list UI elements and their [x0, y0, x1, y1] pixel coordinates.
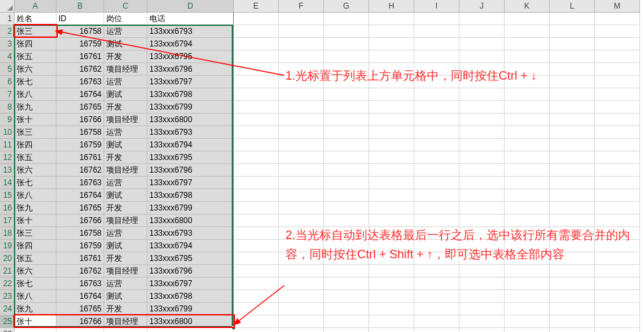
spreadsheet-grid[interactable]: ABCDEFGHIJKLM1姓名ID岗位电话2张三16758运营133xxx67… — [0, 0, 644, 332]
cell[interactable] — [234, 315, 279, 328]
row-header[interactable]: 18 — [0, 227, 15, 240]
cell[interactable] — [595, 114, 640, 126]
row-header[interactable]: 20 — [0, 252, 15, 265]
cell[interactable] — [369, 328, 414, 332]
cell[interactable]: 张六 — [15, 265, 56, 278]
cell[interactable] — [595, 63, 640, 76]
cell[interactable]: 张十 — [15, 315, 56, 328]
cell[interactable] — [459, 189, 505, 202]
cell[interactable] — [324, 139, 369, 151]
cell[interactable] — [369, 13, 414, 25]
cell[interactable] — [459, 278, 505, 290]
cell[interactable] — [324, 88, 369, 101]
cell[interactable]: 133xxx6799 — [147, 101, 234, 114]
cell[interactable]: 133xxx6793 — [147, 227, 234, 240]
cell[interactable]: 16759 — [56, 139, 104, 151]
row-header[interactable]: 11 — [0, 139, 15, 151]
cell[interactable] — [234, 126, 279, 139]
cell[interactable]: 16764 — [56, 290, 104, 303]
cell[interactable] — [234, 139, 279, 151]
cell[interactable] — [324, 278, 369, 290]
cell[interactable] — [505, 139, 550, 151]
cell[interactable] — [595, 315, 640, 328]
cell[interactable]: 张三 — [15, 227, 56, 240]
cell[interactable] — [234, 164, 279, 177]
cell[interactable]: 电话 — [147, 13, 234, 25]
cell[interactable]: 133xxx6800 — [147, 315, 234, 328]
cell[interactable] — [505, 177, 550, 189]
cell[interactable] — [595, 13, 640, 25]
cell[interactable]: 张三 — [15, 126, 56, 139]
cell[interactable]: 运营 — [104, 177, 147, 189]
cell[interactable]: 16766 — [56, 114, 104, 126]
cell[interactable] — [414, 13, 459, 25]
cell[interactable] — [595, 303, 640, 315]
cell[interactable]: 16762 — [56, 265, 104, 278]
cell[interactable] — [550, 177, 595, 189]
column-header-I[interactable]: I — [414, 0, 459, 13]
cell[interactable] — [324, 126, 369, 139]
cell[interactable] — [234, 151, 279, 164]
column-header-E[interactable]: E — [234, 0, 279, 13]
cell[interactable]: 16766 — [56, 315, 104, 328]
cell[interactable] — [595, 88, 640, 101]
cell[interactable]: 张六 — [15, 164, 56, 177]
cell[interactable] — [56, 328, 104, 332]
cell[interactable] — [234, 265, 279, 278]
cell[interactable]: 16766 — [56, 214, 104, 227]
cell[interactable] — [369, 126, 414, 139]
cell[interactable] — [234, 328, 279, 332]
cell[interactable] — [414, 25, 459, 38]
cell[interactable] — [505, 265, 550, 278]
row-header[interactable]: 13 — [0, 164, 15, 177]
cell[interactable]: 16761 — [56, 50, 104, 63]
cell[interactable]: 16759 — [56, 240, 104, 252]
cell[interactable] — [595, 38, 640, 50]
cell[interactable] — [414, 164, 459, 177]
cell[interactable]: 133xxx6798 — [147, 290, 234, 303]
row-header[interactable]: 7 — [0, 88, 15, 101]
cell[interactable] — [369, 164, 414, 177]
cell[interactable]: 133xxx6797 — [147, 76, 234, 88]
cell[interactable] — [550, 328, 595, 332]
cell[interactable] — [595, 290, 640, 303]
cell[interactable]: 133xxx6795 — [147, 151, 234, 164]
cell[interactable] — [324, 25, 369, 38]
row-header[interactable]: 1 — [0, 13, 15, 25]
cell[interactable] — [279, 328, 324, 332]
row-header[interactable]: 5 — [0, 63, 15, 76]
cell[interactable] — [234, 50, 279, 63]
row-header[interactable]: 24 — [0, 303, 15, 315]
cell[interactable] — [414, 50, 459, 63]
cell[interactable]: 133xxx6794 — [147, 139, 234, 151]
cell[interactable] — [459, 315, 505, 328]
cell[interactable]: 测试 — [104, 189, 147, 202]
cell[interactable]: 运营 — [104, 25, 147, 38]
row-header[interactable]: 15 — [0, 189, 15, 202]
cell[interactable] — [414, 189, 459, 202]
cell[interactable] — [324, 50, 369, 63]
cell[interactable]: 张七 — [15, 177, 56, 189]
cell[interactable] — [279, 315, 324, 328]
cell[interactable] — [234, 202, 279, 214]
cell[interactable]: 开发 — [104, 151, 147, 164]
cell[interactable] — [324, 38, 369, 50]
cell[interactable] — [505, 13, 550, 25]
cell[interactable] — [505, 315, 550, 328]
cell[interactable] — [550, 38, 595, 50]
cell[interactable]: 16764 — [56, 189, 104, 202]
cell[interactable]: 项目经理 — [104, 265, 147, 278]
cell[interactable] — [459, 303, 505, 315]
cell[interactable]: 16761 — [56, 252, 104, 265]
cell[interactable]: 133xxx6795 — [147, 252, 234, 265]
cell[interactable]: 张五 — [15, 151, 56, 164]
cell[interactable] — [550, 88, 595, 101]
row-header[interactable]: 25 — [0, 315, 15, 328]
cell[interactable] — [324, 164, 369, 177]
cell[interactable]: 张九 — [15, 303, 56, 315]
cell[interactable] — [369, 278, 414, 290]
cell[interactable]: 133xxx6793 — [147, 126, 234, 139]
cell[interactable] — [459, 25, 505, 38]
cell[interactable]: 133xxx6798 — [147, 189, 234, 202]
cell[interactable] — [550, 25, 595, 38]
